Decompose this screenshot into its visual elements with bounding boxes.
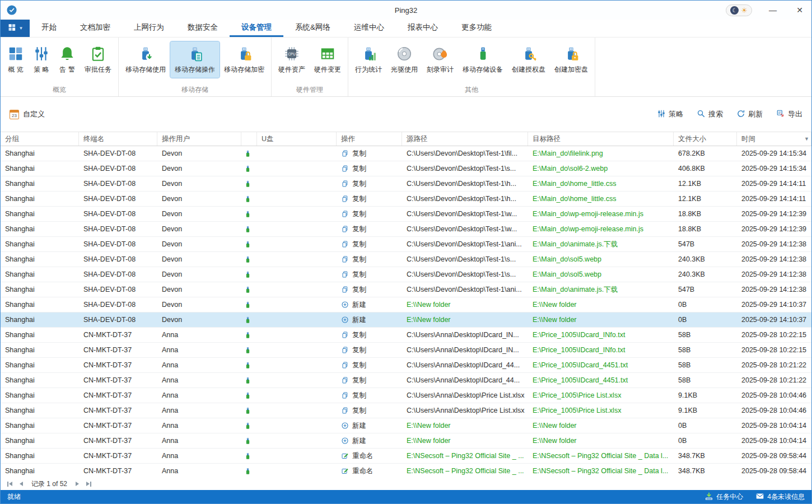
table-row[interactable]: ShanghaiCN-MKT-DT-37Anna复制C:\Users\Anna\… — [1, 388, 811, 403]
column-header-source[interactable]: 源路径 — [402, 132, 528, 146]
pager-prev-button[interactable] — [18, 480, 24, 487]
ribbon-button-storage-encryption[interactable]: 移动存储加密 — [220, 41, 269, 78]
pager-first-button[interactable] — [6, 480, 13, 488]
usb-mini-icon — [244, 195, 252, 203]
ribbon-button-hardware-changes[interactable]: 硬件变更 — [310, 41, 346, 78]
operation-cell: 复制 — [337, 391, 402, 400]
ribbon-button-storage-devices[interactable]: 移动存储设备 — [458, 41, 507, 78]
tab-doc-encryption[interactable]: 文档加密 — [68, 20, 122, 37]
pager-next-button[interactable] — [74, 480, 80, 487]
minimize-button[interactable]: — — [767, 6, 779, 15]
column-menu-button[interactable]: ▼ — [804, 136, 809, 142]
ribbon-button-storage-usage[interactable]: 移动存储使用 — [121, 41, 170, 78]
table-row[interactable]: ShanghaiSHA-DEV-DT-08Devon复制C:\Users\Dev… — [1, 252, 811, 267]
device-cell — [241, 391, 257, 400]
ribbon-button-cdrom-usage[interactable]: 光驱使用 — [386, 41, 422, 78]
ribbon-button-policy[interactable]: 策 略 — [29, 41, 54, 78]
theme-toggle[interactable]: ☾ ☀ — [726, 4, 752, 16]
tab-start[interactable]: 开始 — [30, 20, 68, 37]
device-cell — [241, 376, 257, 385]
messages-button[interactable]: 4条未读信息 — [755, 492, 805, 502]
source-path-cell: C:\Users\Devon\Desktop\Test-1\h... — [402, 195, 528, 203]
ribbon-button-alert[interactable]: 告 警 — [54, 41, 80, 78]
refresh-button[interactable]: 刷新 — [736, 109, 763, 120]
table-row[interactable]: ShanghaiCN-MKT-DT-37Anna复制C:\Users\Anna\… — [1, 328, 811, 343]
tab-device-management[interactable]: 设备管理 — [230, 20, 283, 37]
table-row[interactable]: ShanghaiSHA-DEV-DT-08Devon复制C:\Users\Dev… — [1, 146, 811, 161]
ribbon-button-burn-audit[interactable]: 刻录审计 — [422, 41, 458, 78]
search-button[interactable]: 搜索 — [697, 109, 723, 120]
app-window: Ping32 ☾ ☀ — ✕ ▼ 开始文档加密上网行为数据安全设备管理系统&网络… — [0, 0, 812, 504]
table-row[interactable]: ShanghaiSHA-DEV-DT-08Devon复制C:\Users\Dev… — [1, 176, 811, 192]
size-cell: 547B — [674, 286, 737, 293]
app-menu-button[interactable]: ▼ — [1, 20, 30, 37]
table-row[interactable]: ShanghaiSHA-DEV-DT-08Devon复制C:\Users\Dev… — [1, 192, 811, 207]
calendar-icon: 23 — [10, 110, 19, 119]
copy-icon — [341, 376, 349, 384]
policy-label: 策略 — [669, 109, 683, 119]
table-row[interactable]: ShanghaiCN-MKT-DT-37Anna复制C:\Users\Anna\… — [1, 403, 811, 418]
table-row[interactable]: ShanghaiSHA-DEV-DT-08Devon复制C:\Users\Dev… — [1, 161, 811, 176]
tab-data-security[interactable]: 数据安全 — [176, 20, 230, 37]
tab-internet-behavior[interactable]: 上网行为 — [122, 20, 176, 37]
operation-label: 新建 — [352, 300, 366, 310]
column-header-device[interactable] — [241, 132, 257, 146]
column-header-usb[interactable]: U盘 — [257, 132, 337, 146]
ribbon-button-storage-operations[interactable]: 移动存储操作 — [170, 41, 220, 78]
tab-ops-center[interactable]: 运维中心 — [342, 20, 396, 37]
column-header-label: 操作用户 — [162, 134, 190, 144]
size-cell: 547B — [674, 240, 737, 248]
ribbon-button-hardware-assets[interactable]: CPU硬件资产 — [274, 41, 310, 78]
operation-cell: 复制 — [337, 270, 402, 279]
table-row[interactable]: ShanghaiCN-MKT-DT-37Anna复制C:\Users\Anna\… — [1, 358, 811, 373]
tab-system-network[interactable]: 系统&网络 — [283, 20, 342, 37]
export-button[interactable]: 导出 — [776, 109, 802, 120]
policy-button[interactable]: 策略 — [657, 109, 683, 120]
column-header-terminal[interactable]: 终端名 — [79, 132, 157, 146]
table-row[interactable]: ShanghaiCN-MKT-DT-37Anna复制C:\Users\Anna\… — [1, 373, 811, 388]
column-header-operation[interactable]: 操作 — [337, 132, 402, 146]
column-header-time[interactable]: 时间▼ — [737, 132, 811, 146]
date-range-button[interactable]: 23 自定义 — [10, 109, 45, 119]
ribbon-button-behavior-stats[interactable]: 行为统计 — [351, 41, 386, 78]
calendar-day: 23 — [12, 113, 17, 118]
device-cell — [241, 422, 257, 430]
column-header-group[interactable]: 分组 — [1, 132, 79, 146]
table-row[interactable]: ShanghaiCN-MKT-DT-37Anna复制C:\Users\Anna\… — [1, 343, 811, 358]
operation-cell: 重命名 — [337, 466, 402, 476]
pager-label: 记录 1 of 52 — [31, 479, 67, 489]
time-cell: 2025-09-29 14:10:37 — [737, 316, 811, 324]
operation-cell: 复制 — [337, 209, 402, 219]
column-header-size[interactable]: 文件大小 — [674, 132, 737, 146]
table-row[interactable]: ShanghaiCN-MKT-DT-37Anna重命名E:\NSecsoft –… — [1, 464, 811, 478]
ribbon-button-approval-tasks[interactable]: 审批任务 — [80, 41, 116, 78]
table-row[interactable]: ShanghaiCN-MKT-DT-37Anna新建E:\\New folder… — [1, 433, 811, 449]
column-header-target[interactable]: 目标路径 — [528, 132, 674, 146]
usb-mini-icon — [244, 316, 252, 324]
table-row[interactable]: ShanghaiSHA-DEV-DT-08Devon复制C:\Users\Dev… — [1, 282, 811, 297]
ribbon-button-label: 移动存储加密 — [224, 65, 264, 74]
column-header-user[interactable]: 操作用户 — [157, 132, 241, 146]
task-center-button[interactable]: 任务中心 — [704, 492, 743, 502]
disc-icon — [396, 45, 413, 62]
time-cell: 2025-09-29 14:14:11 — [737, 180, 811, 188]
table-row[interactable]: ShanghaiCN-MKT-DT-37Anna新建E:\\New folder… — [1, 418, 811, 433]
copy-icon — [341, 150, 349, 157]
table-row[interactable]: ShanghaiCN-MKT-DT-37Anna重命名E:\NSecsoft –… — [1, 449, 811, 464]
ribbon-button-create-authorized-disk[interactable]: 创建授权盘 — [507, 41, 550, 78]
table-row[interactable]: ShanghaiSHA-DEV-DT-08Devon新建E:\\New fold… — [1, 312, 811, 328]
size-cell: 240.3KB — [674, 255, 737, 263]
ribbon-button-create-encrypted-disk[interactable]: 创建加密盘 — [550, 41, 592, 78]
tab-more-features[interactable]: 更多功能 — [450, 20, 503, 37]
sun-icon: ☀ — [741, 6, 748, 15]
table-row[interactable]: ShanghaiSHA-DEV-DT-08Devon复制C:\Users\Dev… — [1, 222, 811, 237]
table-row[interactable]: ShanghaiSHA-DEV-DT-08Devon新建E:\\New fold… — [1, 297, 811, 312]
ribbon-button-overview[interactable]: 概 览 — [3, 41, 29, 78]
table-row[interactable]: ShanghaiSHA-DEV-DT-08Devon复制C:\Users\Dev… — [1, 237, 811, 252]
table-row[interactable]: ShanghaiSHA-DEV-DT-08Devon复制C:\Users\Dev… — [1, 267, 811, 282]
table-row[interactable]: ShanghaiSHA-DEV-DT-08Devon复制C:\Users\Dev… — [1, 207, 811, 222]
table-header: 分组终端名操作用户U盘操作源路径目标路径文件大小时间▼ — [1, 132, 811, 146]
pager-last-button[interactable] — [85, 480, 92, 488]
tab-report-center[interactable]: 报表中心 — [396, 20, 450, 37]
close-button[interactable]: ✕ — [794, 6, 806, 15]
